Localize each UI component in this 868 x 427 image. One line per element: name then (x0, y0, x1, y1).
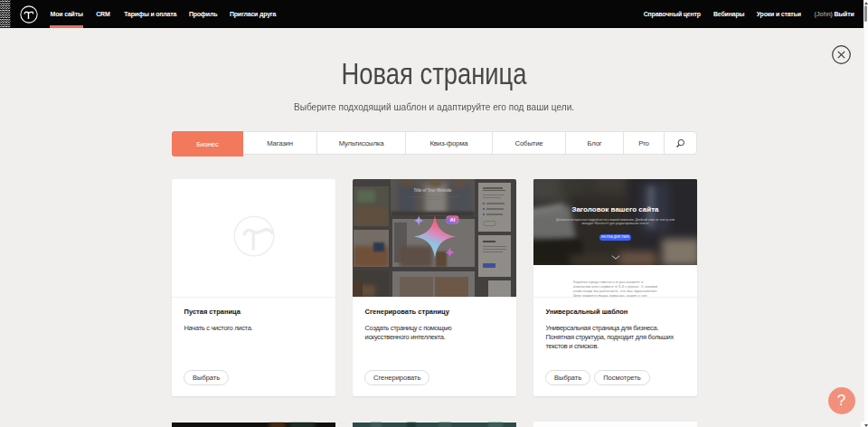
svg-text:AI: AI (449, 217, 455, 223)
